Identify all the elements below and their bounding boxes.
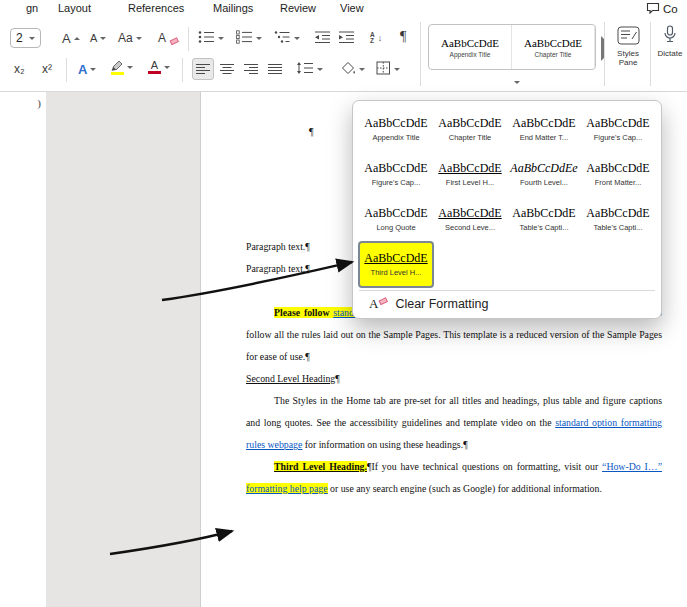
- styles-pane-icon: [617, 26, 640, 47]
- style-item-fourth-level[interactable]: AaBbCcDdEeFourth Level...: [507, 152, 581, 197]
- style-item-first-level-heading[interactable]: AaBbCcDdEFirst Level H...: [433, 152, 507, 197]
- style-item-third-level-heading[interactable]: AaBbCcDdEThird Level H...: [359, 242, 433, 287]
- style-item-front-matter[interactable]: AaBbCcDdEFront Matter...: [581, 152, 655, 197]
- increase-indent-button[interactable]: [338, 27, 355, 49]
- dictate-button[interactable]: Dictate: [653, 25, 687, 58]
- ribbon-tab-mailings[interactable]: Mailings: [213, 2, 253, 14]
- ribbon-tab-references[interactable]: References: [128, 2, 184, 14]
- paragraph-text: If you have technical questions on forma…: [371, 461, 602, 472]
- paint-bucket-icon: [340, 61, 356, 78]
- ribbon-divider: [182, 58, 183, 82]
- shrink-font-button[interactable]: A: [90, 27, 106, 49]
- gallery-style-chapter-title[interactable]: AaBbCcDdE Chapter Title: [512, 25, 595, 69]
- comments-button[interactable]: Co: [646, 1, 678, 17]
- style-label: Appendix Title: [450, 51, 491, 58]
- third-level-heading-run: Third Level Heading.: [274, 461, 367, 472]
- font-size-combobox[interactable]: 2: [10, 27, 41, 49]
- ribbon-tab-layout[interactable]: Layout: [58, 2, 91, 14]
- style-item-tables-caption-2[interactable]: AaBbCcDdETable's Capti...: [581, 197, 655, 242]
- bullet-list-button[interactable]: [198, 27, 224, 49]
- font-color-icon: A: [148, 60, 161, 74]
- style-sample: AaBbCcDdE: [364, 252, 427, 265]
- style-item-end-matter[interactable]: AaBbCcDdEEnd Matter T...: [507, 107, 581, 152]
- pilcrow-icon: ¶: [400, 29, 406, 45]
- style-item-figures-caption[interactable]: AaBbCcDdEFigure's Cap...: [581, 107, 655, 152]
- align-center-icon: [219, 63, 235, 76]
- dictate-label: Dictate: [658, 49, 683, 58]
- gallery-style-appendix-title[interactable]: AaBbCcDdE Appendix Title: [429, 25, 512, 69]
- style-item-second-level-heading[interactable]: AaBbCcDdESecond Leve...: [433, 197, 507, 242]
- style-label: Figure's Cap...: [594, 133, 643, 142]
- left-panel: ): [0, 92, 46, 607]
- show-formatting-marks-button[interactable]: ¶: [400, 26, 406, 48]
- caret-down-icon: [100, 37, 106, 40]
- chevron-down-icon: [294, 37, 300, 40]
- style-label: Table's Capti...: [520, 223, 569, 232]
- pilcrow-mark: ¶: [305, 241, 309, 252]
- change-case-button[interactable]: Aa: [118, 27, 142, 49]
- clear-formatting-label: Clear Formatting: [395, 297, 488, 311]
- align-right-icon: [243, 63, 259, 76]
- shading-button[interactable]: [340, 58, 365, 80]
- chevron-down-icon: [256, 37, 262, 40]
- style-sample: AaBbCcDdE: [586, 207, 649, 220]
- ribbon-divider: [188, 27, 189, 51]
- hyperlink[interactable]: formatting help page: [246, 483, 328, 494]
- style-item-long-quote[interactable]: AaBbCcDdELong Quote: [359, 197, 433, 242]
- empty-cell: [433, 242, 507, 287]
- style-label: Figure's Cap...: [372, 178, 421, 187]
- style-item-appendix-title[interactable]: AaBbCcDdEAppendix Title: [359, 107, 433, 152]
- style-item-figures-caption-2[interactable]: AaBbCcDdEFigure's Cap...: [359, 152, 433, 197]
- pilcrow-mark: ¶: [463, 439, 467, 450]
- text-effects-glyph: A: [78, 62, 87, 77]
- styles-dropdown-panel: AaBbCcDdEAppendix Title AaBbCcDdEChapter…: [352, 100, 662, 319]
- ribbon-divider: [66, 58, 67, 82]
- ribbon-tab-design[interactable]: gn: [26, 2, 38, 14]
- style-label: First Level H...: [446, 178, 494, 187]
- chevron-down-icon: [136, 37, 142, 40]
- style-label: Third Level H...: [371, 268, 422, 277]
- align-center-button[interactable]: [216, 58, 238, 80]
- pilcrow-mark: ¶: [305, 263, 309, 274]
- sort-button[interactable]: AZ ↓: [370, 27, 382, 49]
- chevron-down-icon: [127, 66, 133, 69]
- style-sample: AaBbCcDdE: [364, 207, 427, 220]
- styles-pane-label: Styles Pane: [608, 49, 648, 67]
- text-effects-button[interactable]: A: [78, 58, 96, 80]
- style-item-chapter-title[interactable]: AaBbCcDdEChapter Title: [433, 107, 507, 152]
- clear-formatting-icon: A: [369, 296, 386, 312]
- style-sample: AaBbCcDdE: [512, 207, 575, 220]
- font-size-value: 2: [16, 31, 23, 45]
- borders-button[interactable]: [376, 58, 400, 80]
- ribbon: gn Layout References Mailings Review Vie…: [0, 0, 687, 92]
- chevron-down-icon: [359, 68, 365, 71]
- clear-formatting-item[interactable]: A Clear Formatting: [359, 290, 655, 315]
- grow-font-button[interactable]: A: [62, 27, 80, 49]
- multilevel-list-button[interactable]: [274, 27, 300, 49]
- ribbon-tab-review[interactable]: Review: [280, 2, 316, 14]
- highlight-color-button[interactable]: [110, 56, 133, 78]
- font-color-button[interactable]: A: [148, 56, 170, 78]
- empty-cell: [507, 242, 581, 287]
- style-item-tables-caption[interactable]: AaBbCcDdETable's Capti...: [507, 197, 581, 242]
- numbered-list-button[interactable]: [236, 27, 262, 49]
- empty-cell: [581, 242, 655, 287]
- align-left-button[interactable]: [192, 58, 214, 80]
- styles-pane-button[interactable]: Styles Pane: [608, 26, 648, 67]
- chevron-down-icon: [90, 68, 96, 71]
- decrease-indent-button[interactable]: [314, 27, 331, 49]
- clear-formatting-button[interactable]: A: [158, 27, 177, 49]
- hyperlink[interactable]: “How-Do I…”: [602, 461, 662, 472]
- highlighted-text: Please follow: [274, 307, 333, 318]
- style-sample: AaBbCcDdE: [586, 117, 649, 130]
- subscript-button[interactable]: x₂: [14, 58, 25, 80]
- align-right-button[interactable]: [240, 58, 262, 80]
- chevron-down-icon: [29, 37, 35, 40]
- paragraph-text: Paragraph text.: [246, 263, 305, 274]
- superscript-button[interactable]: x²: [42, 58, 52, 80]
- align-justify-button[interactable]: [264, 58, 286, 80]
- second-level-heading: Second Level Heading¶: [246, 368, 662, 390]
- ribbon-tab-view[interactable]: View: [340, 2, 364, 14]
- line-spacing-button[interactable]: [296, 58, 323, 80]
- gallery-expand-button[interactable]: [506, 76, 528, 88]
